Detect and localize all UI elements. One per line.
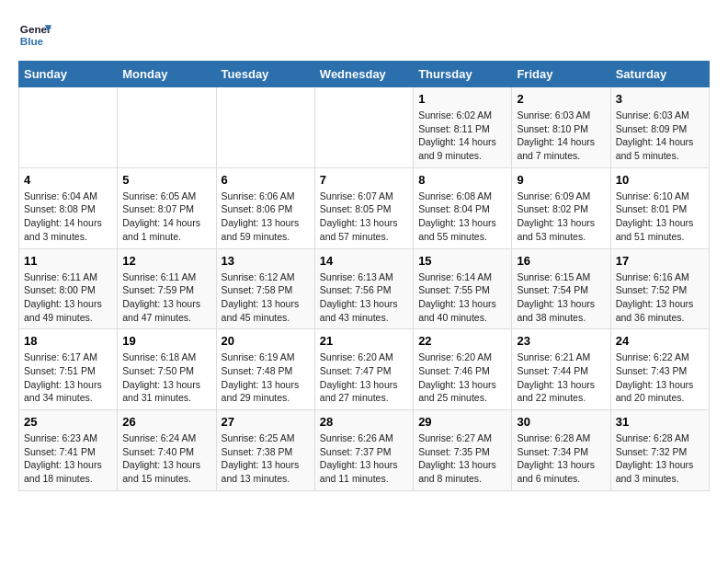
day-info: Sunrise: 6:11 AM Sunset: 7:59 PM Dayligh…: [122, 270, 210, 325]
calendar-cell: [118, 87, 216, 168]
col-header-sunday: Sunday: [19, 62, 118, 87]
calendar-body: 1Sunrise: 6:02 AM Sunset: 8:11 PM Daylig…: [19, 87, 710, 491]
calendar-cell: 22Sunrise: 6:20 AM Sunset: 7:46 PM Dayli…: [414, 329, 512, 410]
day-info: Sunrise: 6:25 AM Sunset: 7:38 PM Dayligh…: [222, 431, 310, 486]
header-row: SundayMondayTuesdayWednesdayThursdayFrid…: [19, 62, 710, 87]
calendar-cell: 18Sunrise: 6:17 AM Sunset: 7:51 PM Dayli…: [19, 329, 118, 410]
day-number: 14: [320, 254, 408, 268]
day-number: 11: [24, 254, 112, 268]
day-number: 26: [122, 415, 210, 429]
day-number: 28: [320, 415, 408, 429]
day-number: 27: [222, 415, 310, 429]
day-info: Sunrise: 6:26 AM Sunset: 7:37 PM Dayligh…: [320, 431, 408, 486]
day-info: Sunrise: 6:28 AM Sunset: 7:32 PM Dayligh…: [616, 431, 704, 486]
day-number: 1: [418, 92, 506, 106]
page-header: General Blue: [18, 18, 710, 52]
calendar-cell: 21Sunrise: 6:20 AM Sunset: 7:47 PM Dayli…: [314, 329, 413, 410]
day-number: 7: [320, 173, 408, 187]
day-info: Sunrise: 6:23 AM Sunset: 7:41 PM Dayligh…: [24, 431, 112, 486]
calendar-cell: 27Sunrise: 6:25 AM Sunset: 7:38 PM Dayli…: [216, 410, 314, 491]
day-info: Sunrise: 6:24 AM Sunset: 7:40 PM Dayligh…: [122, 431, 210, 486]
day-number: 16: [517, 254, 605, 268]
day-number: 4: [24, 173, 112, 187]
calendar-cell: 24Sunrise: 6:22 AM Sunset: 7:43 PM Dayli…: [610, 329, 709, 410]
day-info: Sunrise: 6:04 AM Sunset: 8:08 PM Dayligh…: [24, 190, 112, 244]
day-number: 29: [418, 415, 506, 429]
day-number: 20: [222, 334, 310, 348]
day-info: Sunrise: 6:13 AM Sunset: 7:56 PM Dayligh…: [320, 270, 408, 325]
calendar-cell: 29Sunrise: 6:27 AM Sunset: 7:35 PM Dayli…: [414, 410, 512, 491]
day-info: Sunrise: 6:16 AM Sunset: 7:52 PM Dayligh…: [616, 270, 704, 325]
day-number: 30: [517, 415, 605, 429]
calendar-cell: 16Sunrise: 6:15 AM Sunset: 7:54 PM Dayli…: [512, 248, 610, 329]
day-info: Sunrise: 6:03 AM Sunset: 8:10 PM Dayligh…: [517, 109, 605, 163]
day-number: 6: [222, 173, 310, 187]
day-number: 18: [24, 334, 112, 348]
day-info: Sunrise: 6:14 AM Sunset: 7:55 PM Dayligh…: [418, 270, 506, 325]
calendar-cell: 12Sunrise: 6:11 AM Sunset: 7:59 PM Dayli…: [118, 248, 216, 329]
calendar-cell: 5Sunrise: 6:05 AM Sunset: 8:07 PM Daylig…: [118, 167, 216, 248]
day-number: 25: [24, 415, 112, 429]
calendar-cell: 1Sunrise: 6:02 AM Sunset: 8:11 PM Daylig…: [414, 87, 512, 168]
day-number: 22: [418, 334, 506, 348]
day-number: 12: [122, 254, 210, 268]
day-number: 15: [418, 254, 506, 268]
calendar-cell: 25Sunrise: 6:23 AM Sunset: 7:41 PM Dayli…: [19, 410, 118, 491]
col-header-wednesday: Wednesday: [314, 62, 413, 87]
day-info: Sunrise: 6:02 AM Sunset: 8:11 PM Dayligh…: [418, 109, 506, 163]
day-number: 10: [616, 173, 704, 187]
calendar-cell: 23Sunrise: 6:21 AM Sunset: 7:44 PM Dayli…: [512, 329, 610, 410]
day-info: Sunrise: 6:20 AM Sunset: 7:47 PM Dayligh…: [320, 350, 408, 405]
calendar-week-1: 1Sunrise: 6:02 AM Sunset: 8:11 PM Daylig…: [19, 87, 710, 168]
calendar-cell: 9Sunrise: 6:09 AM Sunset: 8:02 PM Daylig…: [512, 167, 610, 248]
logo: General Blue: [18, 18, 51, 52]
calendar-cell: 26Sunrise: 6:24 AM Sunset: 7:40 PM Dayli…: [118, 410, 216, 491]
day-info: Sunrise: 6:10 AM Sunset: 8:01 PM Dayligh…: [616, 190, 704, 244]
svg-text:General: General: [20, 23, 51, 35]
day-info: Sunrise: 6:27 AM Sunset: 7:35 PM Dayligh…: [418, 431, 506, 486]
logo-icon: General Blue: [18, 18, 51, 52]
calendar-cell: [314, 87, 413, 168]
day-number: 17: [616, 254, 704, 268]
calendar-cell: 13Sunrise: 6:12 AM Sunset: 7:58 PM Dayli…: [216, 248, 314, 329]
calendar-table: SundayMondayTuesdayWednesdayThursdayFrid…: [18, 61, 710, 491]
col-header-thursday: Thursday: [414, 62, 512, 87]
calendar-cell: 20Sunrise: 6:19 AM Sunset: 7:48 PM Dayli…: [216, 329, 314, 410]
day-number: 19: [122, 334, 210, 348]
calendar-cell: 14Sunrise: 6:13 AM Sunset: 7:56 PM Dayli…: [314, 248, 413, 329]
day-info: Sunrise: 6:22 AM Sunset: 7:43 PM Dayligh…: [616, 350, 704, 405]
calendar-cell: 11Sunrise: 6:11 AM Sunset: 8:00 PM Dayli…: [19, 248, 118, 329]
day-number: 2: [517, 92, 605, 106]
calendar-cell: [19, 87, 118, 168]
calendar-cell: 2Sunrise: 6:03 AM Sunset: 8:10 PM Daylig…: [512, 87, 610, 168]
calendar-week-4: 18Sunrise: 6:17 AM Sunset: 7:51 PM Dayli…: [19, 329, 710, 410]
calendar-cell: 6Sunrise: 6:06 AM Sunset: 8:06 PM Daylig…: [216, 167, 314, 248]
day-number: 23: [517, 334, 605, 348]
calendar-cell: 4Sunrise: 6:04 AM Sunset: 8:08 PM Daylig…: [19, 167, 118, 248]
calendar-cell: 10Sunrise: 6:10 AM Sunset: 8:01 PM Dayli…: [610, 167, 709, 248]
day-info: Sunrise: 6:12 AM Sunset: 7:58 PM Dayligh…: [222, 270, 310, 325]
day-info: Sunrise: 6:15 AM Sunset: 7:54 PM Dayligh…: [517, 270, 605, 325]
day-info: Sunrise: 6:09 AM Sunset: 8:02 PM Dayligh…: [517, 190, 605, 244]
calendar-header: SundayMondayTuesdayWednesdayThursdayFrid…: [19, 62, 710, 87]
calendar-cell: 15Sunrise: 6:14 AM Sunset: 7:55 PM Dayli…: [414, 248, 512, 329]
calendar-cell: 3Sunrise: 6:03 AM Sunset: 8:09 PM Daylig…: [610, 87, 709, 168]
calendar-week-3: 11Sunrise: 6:11 AM Sunset: 8:00 PM Dayli…: [19, 248, 710, 329]
day-info: Sunrise: 6:08 AM Sunset: 8:04 PM Dayligh…: [418, 190, 506, 244]
day-info: Sunrise: 6:07 AM Sunset: 8:05 PM Dayligh…: [320, 190, 408, 244]
calendar-cell: 19Sunrise: 6:18 AM Sunset: 7:50 PM Dayli…: [118, 329, 216, 410]
day-info: Sunrise: 6:19 AM Sunset: 7:48 PM Dayligh…: [222, 350, 310, 405]
day-info: Sunrise: 6:03 AM Sunset: 8:09 PM Dayligh…: [616, 109, 704, 163]
col-header-friday: Friday: [512, 62, 610, 87]
calendar-week-2: 4Sunrise: 6:04 AM Sunset: 8:08 PM Daylig…: [19, 167, 710, 248]
col-header-monday: Monday: [118, 62, 216, 87]
day-info: Sunrise: 6:28 AM Sunset: 7:34 PM Dayligh…: [517, 431, 605, 486]
day-number: 8: [418, 173, 506, 187]
calendar-cell: 8Sunrise: 6:08 AM Sunset: 8:04 PM Daylig…: [414, 167, 512, 248]
day-info: Sunrise: 6:21 AM Sunset: 7:44 PM Dayligh…: [517, 350, 605, 405]
calendar-cell: 17Sunrise: 6:16 AM Sunset: 7:52 PM Dayli…: [610, 248, 709, 329]
calendar-cell: 28Sunrise: 6:26 AM Sunset: 7:37 PM Dayli…: [314, 410, 413, 491]
day-number: 24: [616, 334, 704, 348]
day-info: Sunrise: 6:05 AM Sunset: 8:07 PM Dayligh…: [122, 190, 210, 244]
svg-text:Blue: Blue: [20, 35, 44, 47]
